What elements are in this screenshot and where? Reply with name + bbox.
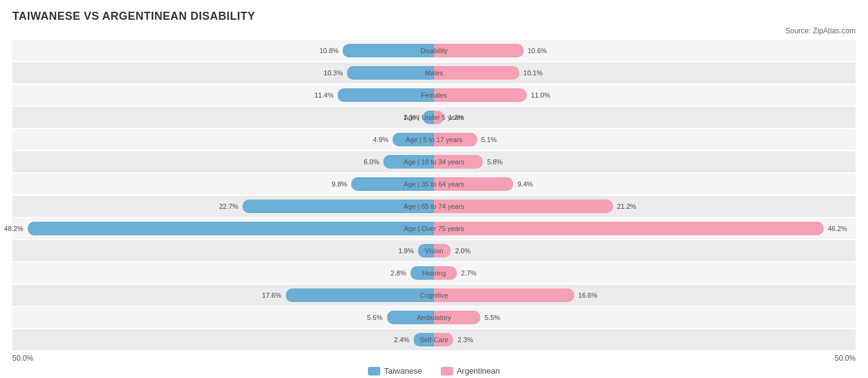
val-left: 1.9% <box>398 247 414 254</box>
bar-row: Age | 18 to 34 years6.0%5.8% <box>12 151 856 172</box>
bar-row: Vision1.9%2.0% <box>12 240 856 261</box>
bar-row: Age | 5 to 17 years4.9%5.1% <box>12 129 856 150</box>
val-left: 2.8% <box>391 269 406 277</box>
val-left: 17.6% <box>262 292 282 299</box>
bar-wrapper: Age | 5 to 17 years4.9%5.1% <box>12 129 856 150</box>
taiwanese-label: Taiwanese <box>384 366 422 376</box>
bar-row: Hearing2.8%2.7% <box>12 262 856 284</box>
source-label: Source: ZipAtlas.com <box>12 27 856 35</box>
bar-wrapper: Self-Care2.4%2.3% <box>12 329 856 350</box>
bar-wrapper: Age | 65 to 74 years22.7%21.2% <box>12 196 856 217</box>
bar-wrapper: Females11.4%11.0% <box>12 85 856 106</box>
bar-row: Age | 65 to 74 years22.7%21.2% <box>12 196 856 217</box>
bar-row: Ambulatory5.6%5.5% <box>12 307 856 328</box>
val-right: 5.8% <box>487 158 503 166</box>
val-right: 2.0% <box>455 247 470 254</box>
bar-left <box>286 288 434 302</box>
bar-label: Females <box>421 91 447 99</box>
legend: Taiwanese Argentinean <box>12 366 856 376</box>
bar-row: Self-Care2.4%2.3% <box>12 329 856 350</box>
bar-row: Cognitive17.6%16.6% <box>12 285 856 306</box>
bar-label: Males <box>425 69 443 77</box>
bar-label: Age | 5 to 17 years <box>406 136 462 143</box>
bar-wrapper: Disability10.8%10.6% <box>12 40 856 61</box>
argentinean-label: Argentinean <box>457 366 500 376</box>
val-left: 1.3% <box>403 114 419 121</box>
bar-label: Age | Over 75 years <box>404 225 464 232</box>
val-left: 22.7% <box>219 203 238 210</box>
bar-right <box>434 88 527 102</box>
bar-wrapper: Cognitive17.6%16.6% <box>12 285 856 306</box>
val-right: 2.7% <box>461 269 477 277</box>
bar-right <box>434 66 519 80</box>
val-right: 11.0% <box>531 91 550 99</box>
bar-label: Cognitive <box>420 292 448 299</box>
val-right: 10.6% <box>528 47 547 54</box>
bar-label: Hearing <box>422 269 446 277</box>
chart-area: Disability10.8%10.6%Males10.3%10.1%Femal… <box>12 40 856 350</box>
bar-label: Disability <box>420 47 448 54</box>
bar-right <box>434 222 824 235</box>
bar-label: Self-Care <box>420 336 448 343</box>
bar-row: Females11.4%11.0% <box>12 85 856 106</box>
val-right: 46.2% <box>828 225 847 232</box>
val-right: 9.4% <box>517 180 533 188</box>
bar-wrapper: Ambulatory5.6%5.5% <box>12 307 856 328</box>
bar-label: Ambulatory <box>417 314 451 321</box>
bar-row: Disability10.8%10.6% <box>12 40 856 61</box>
chart-container: TAIWANESE VS ARGENTINEAN DISABILITY Sour… <box>0 0 868 378</box>
val-right: 5.1% <box>481 136 496 143</box>
bar-wrapper: Age | 35 to 64 years9.8%9.4% <box>12 174 856 195</box>
taiwanese-swatch <box>368 367 380 376</box>
bar-wrapper: Age | 18 to 34 years6.0%5.8% <box>12 151 856 172</box>
bar-wrapper: Males10.3%10.1% <box>12 62 856 83</box>
argentinean-swatch <box>441 367 453 376</box>
bar-row: Age | Under 5 years1.3%1.2% <box>12 107 856 128</box>
val-left: 2.4% <box>394 336 409 343</box>
bar-left <box>347 66 434 80</box>
val-left: 10.8% <box>319 47 338 54</box>
bar-wrapper: Vision1.9%2.0% <box>12 240 856 261</box>
val-right: 10.1% <box>524 69 543 77</box>
bar-label: Vision <box>425 247 443 254</box>
x-axis-left: 50.0% <box>12 354 33 363</box>
bar-label: Age | 35 to 64 years <box>404 180 464 188</box>
bar-wrapper: Hearing2.8%2.7% <box>12 262 856 284</box>
x-axis: 50.0% 50.0% <box>12 351 856 363</box>
legend-argentinean: Argentinean <box>441 366 500 376</box>
val-right: 1.2% <box>448 114 464 121</box>
legend-taiwanese: Taiwanese <box>368 366 422 376</box>
val-left: 6.0% <box>364 158 379 166</box>
bar-wrapper: Age | Over 75 years48.2%46.2% <box>12 218 856 239</box>
bar-wrapper: Age | Under 5 years1.3%1.2% <box>12 107 856 128</box>
val-right: 16.6% <box>578 292 598 299</box>
val-left: 4.9% <box>373 136 388 143</box>
val-right: 2.3% <box>457 336 473 343</box>
bar-left <box>338 88 434 102</box>
x-axis-right: 50.0% <box>835 354 856 363</box>
bar-left <box>28 222 434 235</box>
val-left: 48.2% <box>4 225 23 232</box>
val-left: 5.6% <box>367 314 383 321</box>
bar-label: Age | 65 to 74 years <box>404 203 464 210</box>
val-right: 5.5% <box>485 314 500 321</box>
bar-right <box>434 288 574 302</box>
val-left: 9.8% <box>332 180 347 188</box>
bar-row: Males10.3%10.1% <box>12 62 856 83</box>
val-left: 10.3% <box>323 69 343 77</box>
val-right: 21.2% <box>617 203 636 210</box>
val-left: 11.4% <box>314 91 333 99</box>
bar-row: Age | Over 75 years48.2%46.2% <box>12 218 856 239</box>
bar-row: Age | 35 to 64 years9.8%9.4% <box>12 174 856 195</box>
bar-label: Age | 18 to 34 years <box>404 158 464 166</box>
chart-title: TAIWANESE VS ARGENTINEAN DISABILITY <box>12 10 856 23</box>
